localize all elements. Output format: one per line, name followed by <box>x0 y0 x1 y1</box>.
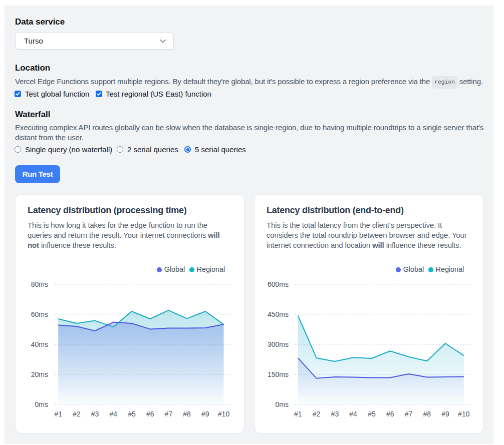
svg-text:#6: #6 <box>146 410 154 418</box>
svg-text:20ms: 20ms <box>31 370 48 378</box>
svg-text:0ms: 0ms <box>35 400 48 408</box>
svg-text:#3: #3 <box>331 410 339 418</box>
svg-text:#8: #8 <box>183 410 191 418</box>
svg-text:#5: #5 <box>128 410 136 418</box>
svg-text:#6: #6 <box>386 410 394 418</box>
svg-text:450ms: 450ms <box>268 310 289 318</box>
svg-text:#5: #5 <box>368 410 376 418</box>
svg-text:#9: #9 <box>201 410 209 418</box>
svg-text:#1: #1 <box>54 410 62 418</box>
svg-text:#1: #1 <box>294 410 302 418</box>
svg-text:#2: #2 <box>73 410 81 418</box>
svg-text:#10: #10 <box>458 410 470 418</box>
svg-text:#2: #2 <box>313 410 321 418</box>
svg-text:0ms: 0ms <box>276 400 289 408</box>
svg-text:#8: #8 <box>423 410 431 418</box>
svg-text:600ms: 600ms <box>268 280 289 288</box>
svg-text:150ms: 150ms <box>268 370 289 378</box>
svg-text:80ms: 80ms <box>31 280 48 288</box>
svg-text:#3: #3 <box>91 410 99 418</box>
svg-text:#9: #9 <box>441 410 449 418</box>
svg-text:#4: #4 <box>110 410 118 418</box>
svg-text:300ms: 300ms <box>268 340 289 348</box>
svg-text:40ms: 40ms <box>31 340 48 348</box>
svg-text:#7: #7 <box>165 410 173 418</box>
svg-text:60ms: 60ms <box>31 310 48 318</box>
svg-text:#10: #10 <box>218 410 230 418</box>
svg-text:#4: #4 <box>349 410 357 418</box>
svg-text:#7: #7 <box>405 410 413 418</box>
